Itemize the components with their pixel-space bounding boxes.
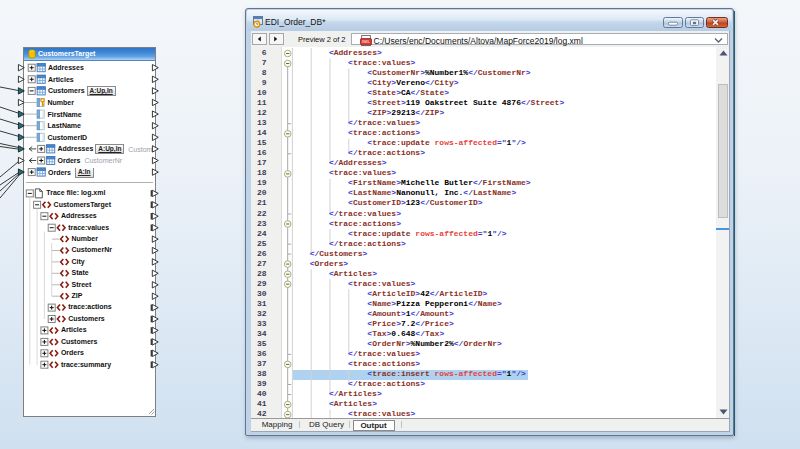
- svg-text:XML: XML: [362, 39, 371, 44]
